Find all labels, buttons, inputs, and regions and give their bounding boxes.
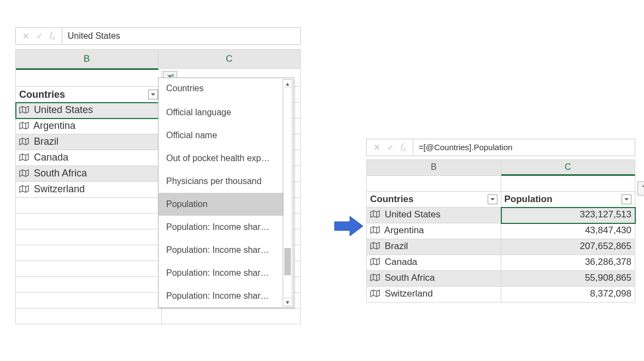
cell[interactable]: [16, 245, 162, 261]
country-name: United States: [34, 104, 93, 115]
cell-population[interactable]: 207,652,865: [501, 239, 636, 255]
map-icon: [370, 241, 380, 252]
dropdown-item[interactable]: Population: Income share...: [159, 262, 284, 285]
cell-population[interactable]: 8,372,098: [501, 287, 636, 303]
map-icon: [19, 152, 29, 164]
cell-population[interactable]: 36,286,378: [501, 255, 636, 271]
cell-country[interactable]: Canada: [367, 255, 501, 271]
filter-button[interactable]: [622, 194, 631, 204]
country-name: Argentina: [33, 120, 75, 131]
country-name: Canada: [385, 257, 418, 267]
filter-button[interactable]: [148, 90, 158, 99]
filter-button[interactable]: [488, 194, 497, 204]
cell-country[interactable]: United States: [16, 103, 162, 119]
formula-input[interactable]: =[@Countries].Population: [413, 139, 635, 156]
scroll-up-icon[interactable]: ▲: [284, 80, 291, 88]
cell-country[interactable]: Brazil: [367, 239, 501, 255]
map-icon: [19, 168, 29, 180]
map-icon: [370, 226, 380, 236]
cell-country[interactable]: Switzerland: [367, 287, 501, 303]
cell-country[interactable]: Argentina: [16, 119, 162, 134]
dropdown-item[interactable]: Out of pocket health expen...: [159, 147, 284, 170]
table-header-population[interactable]: Population: [501, 192, 636, 208]
scroll-thumb[interactable]: [284, 248, 291, 275]
fx-icon[interactable]: fx: [397, 138, 409, 157]
cell-country[interactable]: South Africa: [16, 166, 162, 182]
col-header-c[interactable]: C: [159, 50, 301, 69]
table-header-label: Countries: [19, 89, 65, 100]
cell-country[interactable]: South Africa: [367, 271, 501, 287]
map-icon: [370, 289, 380, 300]
country-name: South Africa: [385, 273, 435, 283]
map-icon: [19, 105, 29, 116]
cell[interactable]: [16, 293, 162, 309]
field-dropdown: Countries Official language Official nam…: [158, 78, 294, 308]
cell-population[interactable]: 323,127,513: [501, 208, 636, 223]
col-header-b[interactable]: B: [367, 160, 501, 176]
dropdown-item[interactable]: Official name: [159, 124, 284, 147]
cell[interactable]: [162, 309, 301, 324]
dropdown-item[interactable]: Population: Income share f...: [159, 216, 284, 239]
col-header-c[interactable]: C: [501, 160, 636, 176]
cell[interactable]: [16, 198, 162, 214]
cell[interactable]: [367, 176, 501, 192]
country-name: Argentina: [384, 225, 424, 235]
dropdown-item-selected[interactable]: Population: [159, 193, 284, 216]
table-header-label: Population: [505, 194, 553, 205]
cell-country[interactable]: Brazil: [16, 134, 162, 150]
map-icon: [370, 257, 380, 268]
arrow-right-icon: [333, 215, 364, 239]
cell[interactable]: [16, 277, 162, 293]
cell[interactable]: [501, 176, 636, 192]
country-name: Switzerland: [385, 288, 433, 299]
extract-fields-button[interactable]: [637, 181, 644, 196]
fx-icon[interactable]: fx: [46, 27, 58, 46]
confirm-icon[interactable]: ✓: [384, 139, 397, 156]
country-name: Canada: [34, 152, 68, 163]
cancel-icon[interactable]: ✕: [19, 28, 33, 44]
dropdown-item[interactable]: Countries: [159, 78, 284, 101]
confirm-icon[interactable]: ✓: [33, 28, 46, 44]
map-icon: [370, 210, 380, 221]
dropdown-item[interactable]: Physicians per thousand: [159, 170, 284, 193]
cell-country[interactable]: Switzerland: [16, 182, 162, 198]
column-headers: B C: [366, 159, 635, 176]
country-name: Brazil: [34, 136, 58, 147]
cell[interactable]: [16, 229, 162, 245]
cell-population[interactable]: 43,847,430: [501, 223, 636, 239]
dropdown-item[interactable]: Population: Income share...: [159, 239, 284, 262]
after-state-panel: ✕ ✓ fx =[@Countries].Population B C Coun…: [366, 139, 635, 303]
cell[interactable]: [16, 214, 162, 229]
cancel-icon[interactable]: ✕: [370, 139, 384, 156]
cell[interactable]: [16, 261, 162, 277]
country-name: Switzerland: [34, 184, 85, 194]
formula-input[interactable]: United States: [62, 28, 300, 44]
country-name: South Africa: [34, 168, 87, 179]
formula-bar: ✕ ✓ fx =[@Countries].Population: [366, 139, 635, 156]
cell-population[interactable]: 55,908,865: [501, 271, 636, 287]
spreadsheet-grid: Countries Population United States 323,1…: [366, 176, 635, 303]
cell-country[interactable]: Argentina: [367, 223, 501, 239]
table-header-label: Countries: [370, 194, 413, 205]
cell[interactable]: [16, 309, 162, 324]
formula-bar: ✕ ✓ fx United States: [15, 27, 301, 45]
column-headers: B C: [15, 49, 301, 70]
scrollbar[interactable]: ▲ ▼: [283, 79, 292, 306]
dropdown-item[interactable]: Population: Income share l...: [159, 285, 284, 307]
scroll-down-icon[interactable]: ▼: [284, 298, 291, 306]
col-header-b[interactable]: B: [16, 50, 159, 70]
cell-country[interactable]: United States: [367, 208, 501, 223]
cell-country[interactable]: Canada: [16, 150, 162, 166]
table-header-countries[interactable]: Countries: [16, 87, 162, 103]
map-icon: [19, 121, 29, 132]
table-header-countries[interactable]: Countries: [367, 192, 501, 208]
before-state-panel: ✕ ✓ fx United States B C Countries: [15, 27, 301, 324]
country-name: United States: [385, 209, 441, 220]
dropdown-item[interactable]: Official language: [159, 101, 284, 124]
map-icon: [19, 137, 29, 148]
map-icon: [370, 273, 380, 284]
country-name: Brazil: [385, 241, 408, 251]
cell[interactable]: [16, 70, 162, 87]
map-icon: [19, 184, 29, 196]
